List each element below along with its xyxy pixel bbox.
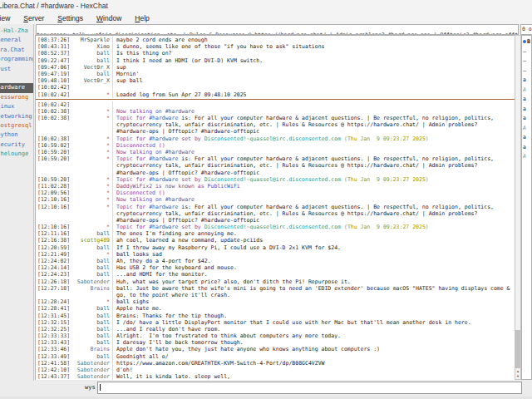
chat-line: [12:43:37]SabotenderWell, it is kinda la… [36, 373, 515, 380]
title-bar[interactable]: Libera.Chat / #hardware - HexChat [0, 0, 532, 13]
timestamp: [10:02:42] [36, 101, 71, 108]
nick: ball [71, 50, 110, 57]
event-star: * [71, 298, 110, 305]
message: Now talking on #hardware [112, 108, 515, 115]
message: Topic for #hardware set by Disconsented!… [112, 224, 515, 230]
chat-line: [12:31:45]ballBrains: Thanks for the tip… [36, 313, 515, 319]
chat-line: [12:33:46]BrainsApple don't hate you, th… [36, 346, 515, 352]
menu-bar: ViewServerSettingsWindowHelp [0, 12, 532, 24]
chat-line: [12:32:25]ball...and I really don't have… [36, 326, 515, 332]
timestamp [36, 217, 71, 224]
user-list-item[interactable]: A [522, 152, 531, 162]
message: ah cool, learned a new command, update-p… [112, 237, 515, 244]
message: Topic for #hardware is: For all your com… [112, 115, 515, 121]
chat-line: [10:02:42]*Loaded log from Sun Apr 27 09… [36, 91, 515, 98]
message: Has USB 2 for the keyboard and mouse. [112, 264, 515, 271]
message: Huh, what was your target price? also, d… [112, 278, 515, 285]
sidebar-item-label: #thelounge [0, 150, 28, 159]
message: I /do/ have a little DisplayPort monitor… [112, 319, 515, 326]
message-input[interactable] [97, 382, 522, 394]
sidebar-item-networking[interactable]: #networking [0, 112, 33, 121]
message: sup ball [112, 77, 515, 84]
timestamp: [12:10:16] [36, 224, 71, 230]
chat-line: [10:59:20]*Topic for #hardware set by Di… [36, 176, 515, 183]
chat-line: [08:43:31]Ximoi dunno, seems like one of… [36, 43, 515, 50]
user-list-item[interactable]: a [522, 143, 531, 153]
chat-line: [10:02:42] [36, 84, 515, 91]
nick: ball [71, 332, 110, 339]
chat-line: [10:59:02]*Disconnected () [36, 142, 515, 149]
nick: Ximo [71, 43, 110, 50]
nick: ball [71, 244, 110, 251]
sidebar-item-security[interactable]: #security [0, 140, 33, 150]
sidebar-item-general[interactable]: #general [0, 36, 33, 45]
user-list[interactable]: B–—–aAaaaAaaA [521, 35, 532, 380]
chat-line: [12:26:18]SabotenderHuh, what was your t… [36, 278, 515, 285]
nick [71, 210, 110, 217]
topic-bar[interactable]: For all your computer hardware & adjacen… [36, 24, 519, 35]
user-list-item[interactable]: A [522, 124, 531, 134]
user-list-item[interactable]: a [522, 133, 531, 143]
timestamp: [09:47:19] [36, 71, 71, 77]
nick [71, 101, 110, 108]
scroll-down-icon[interactable]: ▼ [515, 374, 520, 379]
sidebar-item-Libera.Chat[interactable]: Libera.Chat [0, 46, 33, 55]
channel-tree: -Hal-Zha#generalLibera.Chat#programming#… [0, 24, 34, 381]
message: Topic for #hardware set by Disconsented!… [112, 135, 515, 142]
user-list-item[interactable]: — [522, 57, 531, 66]
menu-help[interactable]: Help [128, 12, 155, 24]
user-nick-fragment: a [523, 106, 526, 112]
timestamp [36, 162, 71, 169]
chat-line: [12:21:49]*ball looks sad [36, 251, 515, 258]
sidebar-item-label: #lesswrong [0, 93, 28, 102]
user-list-item[interactable]: – [522, 47, 531, 57]
nick: ball [71, 305, 110, 312]
user-list-item[interactable]: a [522, 105, 531, 115]
nick: Sabotender [71, 278, 110, 285]
chat-scrollbar[interactable]: ▲ ▼ [515, 35, 521, 380]
chat-line: cryptocurrency talk, unfair discriminati… [36, 210, 515, 217]
menu-settings[interactable]: Settings [51, 12, 90, 24]
user-list-item[interactable]: a [522, 76, 531, 86]
timestamp: [12:42:10] [36, 367, 71, 373]
scrollbar-thumb[interactable] [515, 330, 520, 368]
timestamp: [12:21:49] [36, 251, 71, 258]
timestamp: [10:59:20] [36, 149, 71, 155]
timestamp: [12:33:46] [36, 346, 71, 352]
nick: ball [71, 57, 110, 64]
sidebar-item-thelounge[interactable]: #thelounge [0, 150, 33, 159]
menu-window[interactable]: Window [90, 12, 128, 24]
menu-view[interactable]: View [0, 12, 17, 24]
sidebar-item-postgresql[interactable]: #postgresql [0, 121, 33, 131]
sidebar-item-rust[interactable]: #rust [0, 65, 33, 74]
event-star: * [71, 142, 110, 149]
sidebar-item--Hal-Zha[interactable]: -Hal-Zha [0, 27, 33, 36]
user-list-item[interactable]: A [522, 86, 531, 96]
user-list-item[interactable]: B [522, 37, 531, 47]
message: Topic for #hardware set by Disconsented!… [112, 176, 515, 183]
sidebar-item-hardware[interactable]: #hardware [0, 83, 33, 92]
user-list-item[interactable]: a [522, 114, 531, 124]
input-row: wys [0, 381, 532, 397]
sidebar-item-python[interactable]: #python [0, 131, 33, 140]
sidebar-item-linux[interactable]: #linux [0, 102, 33, 111]
sidebar-item-label: -Hal-Zha [0, 27, 28, 36]
message: Mornin' [112, 71, 515, 77]
menu-server[interactable]: Server [17, 12, 51, 24]
user-list-item[interactable]: – [522, 66, 531, 76]
message: Loaded log from Sun Apr 27 09:48:10 2025 [112, 91, 515, 98]
nick: ball [71, 258, 110, 264]
chat-text-area[interactable]: [08:37:26]MrSparklemaybe 2 cord ends are… [35, 35, 515, 380]
timestamp: [12:41:58] [36, 360, 71, 367]
chat-line: [12:27:18]Brainsball: Just be aware that… [36, 285, 515, 292]
chat-line: [12:11:16]ballThe ones I'm finding are a… [36, 230, 515, 237]
user-list-item[interactable]: a [522, 95, 531, 105]
sidebar-item-lesswrong[interactable]: #lesswrong [0, 93, 33, 102]
user-nick-fragment: a [523, 76, 526, 83]
timestamp [36, 121, 71, 128]
nick [71, 128, 110, 135]
message: Brains: Thanks for the tip though. [112, 313, 515, 319]
sidebar-item-hidden-network[interactable] [0, 74, 33, 83]
sidebar-item-programming[interactable]: #programming [0, 55, 33, 64]
message: DaddyWiFix2 is now known as PublicWiFi [112, 183, 515, 190]
